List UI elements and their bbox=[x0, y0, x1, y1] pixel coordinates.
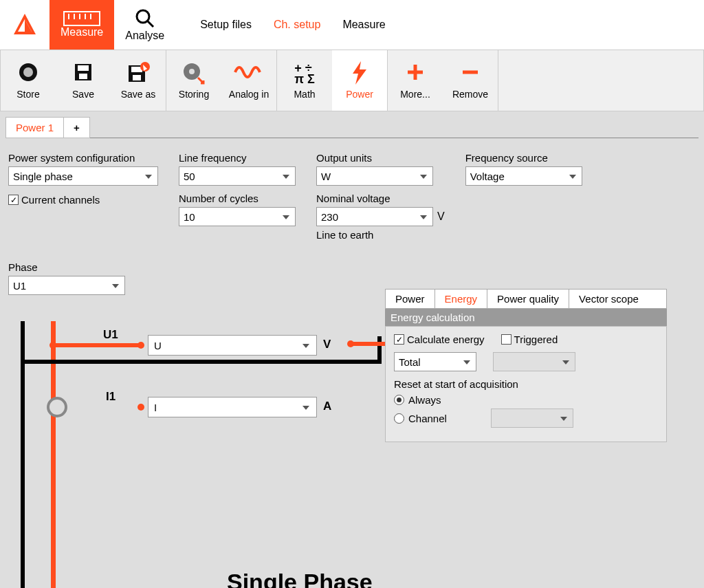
svg-rect-14 bbox=[78, 65, 89, 71]
nominal-voltage-select[interactable]: 230 bbox=[316, 207, 433, 226]
save-as-button[interactable]: Save as bbox=[111, 50, 166, 111]
u-channel-select[interactable]: U bbox=[148, 335, 317, 356]
line-to-earth-label: Line to earth bbox=[316, 229, 445, 241]
number-of-cycles-select[interactable]: 10 bbox=[179, 207, 296, 226]
record-icon bbox=[17, 61, 39, 86]
u-unit-label: V bbox=[323, 338, 331, 351]
reset-channel-radio[interactable]: Channel bbox=[394, 413, 447, 424]
subtab-power-quality[interactable]: Power quality bbox=[487, 290, 569, 308]
line-frequency-label: Line frequency bbox=[179, 152, 296, 164]
add-tab-button[interactable]: + bbox=[64, 117, 90, 138]
phase-label: Phase bbox=[8, 261, 125, 273]
current-channels-checkbox[interactable]: ✓ Current channels bbox=[8, 194, 158, 206]
tab-setup-files[interactable]: Setup files bbox=[189, 0, 263, 50]
triggered-checkbox[interactable]: Triggered bbox=[501, 334, 558, 345]
sine-icon bbox=[234, 61, 264, 86]
calculate-energy-checkbox[interactable]: ✓ Calculate energy bbox=[394, 334, 485, 345]
nominal-voltage-unit: V bbox=[437, 210, 445, 223]
tab-measure2[interactable]: Measure bbox=[331, 0, 396, 50]
i1-label: I1 bbox=[106, 390, 116, 404]
frequency-source-select[interactable]: Voltage bbox=[465, 166, 582, 186]
number-of-cycles-label: Number of cycles bbox=[179, 193, 296, 204]
energy-panel-header: Energy calculation bbox=[385, 309, 667, 326]
tab-analyse-label: Analyse bbox=[125, 30, 164, 42]
save-icon bbox=[72, 61, 94, 86]
store-button[interactable]: Store bbox=[1, 50, 56, 111]
app-logo[interactable] bbox=[0, 0, 50, 50]
u1-label: U1 bbox=[103, 328, 118, 342]
remove-button[interactable]: Remove bbox=[443, 50, 498, 111]
save-as-icon bbox=[126, 61, 151, 86]
math-icon: + ÷π Σ bbox=[294, 61, 315, 86]
reset-channel-select bbox=[491, 409, 573, 428]
output-units-label: Output units bbox=[316, 152, 445, 164]
lightning-icon bbox=[350, 61, 369, 86]
power-system-config-label: Power system configuration bbox=[8, 152, 158, 164]
svg-point-9 bbox=[137, 10, 149, 23]
frequency-source-label: Frequency source bbox=[465, 152, 582, 164]
wiring-diagram: U1 I1 U V I A N L1 Single Phase bbox=[14, 321, 392, 588]
svg-marker-22 bbox=[353, 61, 366, 85]
i-channel-select[interactable]: I bbox=[148, 397, 317, 417]
tab-power-1[interactable]: Power 1 bbox=[6, 117, 64, 138]
svg-point-12 bbox=[23, 67, 33, 77]
svg-rect-15 bbox=[79, 74, 87, 79]
nominal-voltage-label: Nominal voltage bbox=[316, 193, 445, 204]
phase-select[interactable]: U1 bbox=[8, 276, 125, 295]
checkbox-on-icon: ✓ bbox=[8, 195, 19, 205]
radio-on-icon bbox=[394, 395, 404, 405]
save-button[interactable]: Save bbox=[56, 50, 111, 111]
tab-measure-label: Measure bbox=[60, 26, 103, 39]
analog-in-button[interactable]: Analog in bbox=[221, 50, 276, 111]
checkbox-off-icon bbox=[501, 334, 512, 345]
tab-ch-setup[interactable]: Ch. setup bbox=[263, 0, 331, 50]
line-frequency-select[interactable]: 50 bbox=[179, 166, 296, 186]
subtab-power[interactable]: Power bbox=[386, 290, 435, 308]
radio-off-icon bbox=[394, 413, 404, 424]
svg-point-21 bbox=[189, 69, 195, 74]
checkbox-on-icon: ✓ bbox=[394, 334, 404, 345]
tab-analyse[interactable]: Analyse bbox=[114, 0, 175, 50]
storing-button[interactable]: Storing bbox=[166, 50, 221, 111]
energy-total-select[interactable]: Total bbox=[394, 352, 476, 371]
output-units-select[interactable]: W bbox=[316, 166, 433, 186]
reset-always-radio[interactable]: Always bbox=[394, 394, 658, 406]
storing-icon bbox=[182, 61, 206, 86]
plus-icon bbox=[404, 61, 426, 86]
reset-label: Reset at start of acquisition bbox=[394, 378, 658, 390]
subtab-energy[interactable]: Energy bbox=[435, 290, 488, 308]
more-button[interactable]: More... bbox=[388, 50, 443, 111]
power-system-config-select[interactable]: Single phase bbox=[8, 166, 158, 186]
search-icon bbox=[134, 8, 156, 30]
math-button[interactable]: + ÷π Σ Math bbox=[277, 50, 332, 111]
energy-disabled-select bbox=[493, 352, 575, 371]
minus-icon bbox=[459, 61, 481, 86]
power-button[interactable]: Power bbox=[332, 50, 387, 111]
i-unit-label: A bbox=[323, 400, 331, 413]
subtab-vector-scope[interactable]: Vector scope bbox=[569, 290, 666, 308]
tab-measure[interactable]: Measure bbox=[50, 0, 114, 50]
diagram-title: Single Phase bbox=[227, 569, 373, 588]
svg-rect-18 bbox=[133, 75, 141, 80]
svg-line-10 bbox=[148, 21, 153, 27]
